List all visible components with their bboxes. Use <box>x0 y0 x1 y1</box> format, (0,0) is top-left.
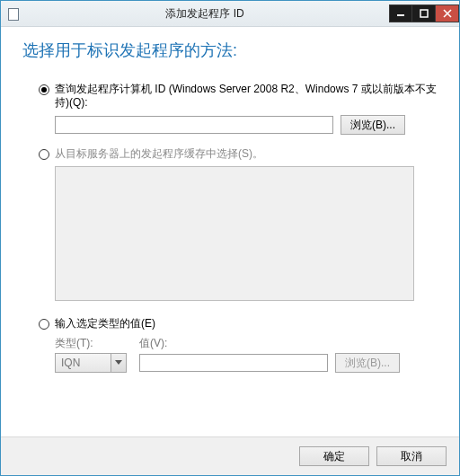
radio-query-computer[interactable] <box>39 84 49 95</box>
type-label: 类型(T): <box>55 336 127 351</box>
option-enter-body: 类型(T): 值(V): <box>55 336 438 373</box>
dialog-window: 添加发起程序 ID 选择用于标识发起程序的方法: 查询发起程序计算机 ID (W… <box>0 0 460 476</box>
options-group: 查询发起程序计算机 ID (Windows Server 2008 R2、Win… <box>39 83 438 385</box>
radio-from-cache[interactable] <box>39 149 49 160</box>
window-buttons <box>389 4 459 22</box>
value-row: 浏览(B)... <box>139 353 438 373</box>
titlebar: 添加发起程序 ID <box>1 1 459 27</box>
page-heading: 选择用于标识发起程序的方法: <box>22 40 438 61</box>
minimize-button[interactable] <box>389 4 412 22</box>
svg-rect-1 <box>420 10 428 17</box>
option-query-label-row[interactable]: 查询发起程序计算机 ID (Windows Server 2008 R2、Win… <box>39 83 438 110</box>
value-input[interactable] <box>139 354 328 372</box>
cache-listbox[interactable] <box>55 166 414 301</box>
option-cache-body <box>55 166 438 301</box>
type-value-row: 类型(T): 值(V): <box>55 336 438 373</box>
chevron-down-icon <box>115 360 122 366</box>
option-query-computer: 查询发起程序计算机 ID (Windows Server 2008 R2、Win… <box>39 83 438 135</box>
option-query-body: 浏览(B)... <box>55 115 438 135</box>
content-area: 选择用于标识发起程序的方法: 查询发起程序计算机 ID (Windows Ser… <box>1 27 459 436</box>
cancel-button[interactable]: 取消 <box>376 446 447 466</box>
option-enter-label: 输入选定类型的值(E) <box>55 317 155 331</box>
svg-marker-4 <box>115 360 122 365</box>
close-button[interactable] <box>436 4 459 22</box>
radio-enter-value[interactable] <box>39 319 49 330</box>
value-field: 值(V): 浏览(B)... <box>139 336 438 373</box>
browse-value-button[interactable]: 浏览(B)... <box>335 353 400 373</box>
option-enter-value: 输入选定类型的值(E) 类型(T): <box>39 317 438 373</box>
option-enter-label-row[interactable]: 输入选定类型的值(E) <box>39 317 438 331</box>
maximize-button[interactable] <box>412 4 436 22</box>
option-cache-label-row[interactable]: 从目标服务器上的发起程序缓存中选择(S)。 <box>39 147 438 161</box>
dialog-footer: 确定 取消 <box>1 436 459 475</box>
type-combo-button[interactable] <box>111 354 126 372</box>
value-label: 值(V): <box>139 336 438 351</box>
window-title: 添加发起程序 ID <box>21 6 389 22</box>
app-icon <box>6 6 21 21</box>
option-cache-label: 从目标服务器上的发起程序缓存中选择(S)。 <box>55 147 263 161</box>
type-field: 类型(T): <box>55 336 127 373</box>
option-from-cache: 从目标服务器上的发起程序缓存中选择(S)。 <box>39 147 438 301</box>
browse-computer-button[interactable]: 浏览(B)... <box>341 115 405 135</box>
query-computer-input[interactable] <box>55 116 333 134</box>
ok-button[interactable]: 确定 <box>299 446 369 466</box>
option-query-label: 查询发起程序计算机 ID (Windows Server 2008 R2、Win… <box>55 83 438 110</box>
type-combo[interactable] <box>55 353 127 373</box>
